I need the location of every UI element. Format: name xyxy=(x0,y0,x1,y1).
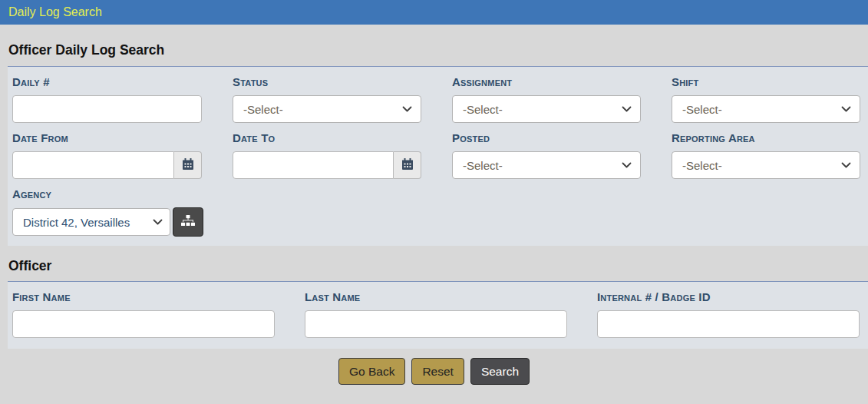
reset-button[interactable]: Reset xyxy=(411,358,464,385)
shift-field: Shift -Select- xyxy=(672,67,860,123)
status-label: Status xyxy=(233,76,421,88)
date-from-input[interactable] xyxy=(12,151,174,179)
shift-select[interactable]: -Select- xyxy=(672,95,860,123)
search-row-2: Date From Date To xyxy=(12,123,860,179)
assignment-label: Assignment xyxy=(452,76,641,88)
badge-id-field: Internal # / Badge ID xyxy=(597,282,860,338)
calendar-icon xyxy=(402,158,413,172)
assignment-select[interactable]: -Select- xyxy=(452,95,641,123)
calendar-icon xyxy=(183,158,193,172)
date-from-calendar-button[interactable] xyxy=(174,151,202,179)
date-to-field: Date To xyxy=(233,123,421,179)
page-title: Daily Log Search xyxy=(8,5,102,19)
first-name-label: First Name xyxy=(12,291,275,303)
daily-number-label: Daily # xyxy=(12,76,202,88)
badge-id-label: Internal # / Badge ID xyxy=(597,291,860,303)
posted-field: Posted -Select- xyxy=(452,123,641,179)
daily-number-input[interactable] xyxy=(12,95,202,123)
search-row-1: Daily # Status -Select- Assignment xyxy=(12,67,860,123)
status-select[interactable]: -Select- xyxy=(233,95,421,123)
actions-bar: Go Back Reset Search xyxy=(0,349,868,385)
go-back-button[interactable]: Go Back xyxy=(338,358,405,385)
first-name-field: First Name xyxy=(12,282,275,338)
reporting-area-field: Reporting Area -Select- xyxy=(672,123,860,179)
status-field: Status -Select- xyxy=(233,67,421,123)
reporting-area-select[interactable]: -Select- xyxy=(672,151,860,179)
posted-label: Posted xyxy=(452,132,641,144)
sitemap-icon xyxy=(181,215,195,229)
shift-label: Shift xyxy=(672,76,860,88)
search-section-heading-band: Officer Daily Log Search xyxy=(0,25,868,66)
date-from-label: Date From xyxy=(12,132,202,144)
search-criteria-panel: Daily # Status -Select- Assignment xyxy=(8,67,868,246)
agency-hierarchy-button[interactable] xyxy=(173,207,203,237)
last-name-label: Last Name xyxy=(305,291,567,303)
last-name-field: Last Name xyxy=(305,282,567,338)
date-from-field: Date From xyxy=(12,123,202,179)
officer-section-heading: Officer xyxy=(8,258,860,273)
agency-select[interactable]: District 42, Versailles xyxy=(12,208,170,236)
search-section-heading: Officer Daily Log Search xyxy=(8,42,860,58)
agency-label: Agency xyxy=(12,188,860,200)
agency-field: Agency District 42, Versailles xyxy=(12,188,860,237)
first-name-input[interactable] xyxy=(12,310,275,338)
daily-log-search-page: Daily Log Search Officer Daily Log Searc… xyxy=(0,0,868,385)
last-name-input[interactable] xyxy=(305,310,567,338)
search-button[interactable]: Search xyxy=(470,358,530,385)
date-to-input[interactable] xyxy=(233,151,394,179)
officer-panel: First Name Last Name Internal # / Badge … xyxy=(8,282,868,349)
badge-id-input[interactable] xyxy=(597,310,860,338)
posted-select[interactable]: -Select- xyxy=(452,151,641,179)
date-to-label: Date To xyxy=(233,132,421,144)
reporting-area-label: Reporting Area xyxy=(672,132,860,144)
daily-number-field: Daily # xyxy=(12,67,202,123)
officer-section-heading-band: Officer xyxy=(0,246,868,281)
officer-row: First Name Last Name Internal # / Badge … xyxy=(12,282,860,338)
page-titlebar: Daily Log Search xyxy=(0,0,868,25)
date-to-calendar-button[interactable] xyxy=(394,151,421,179)
assignment-field: Assignment -Select- xyxy=(452,67,641,123)
